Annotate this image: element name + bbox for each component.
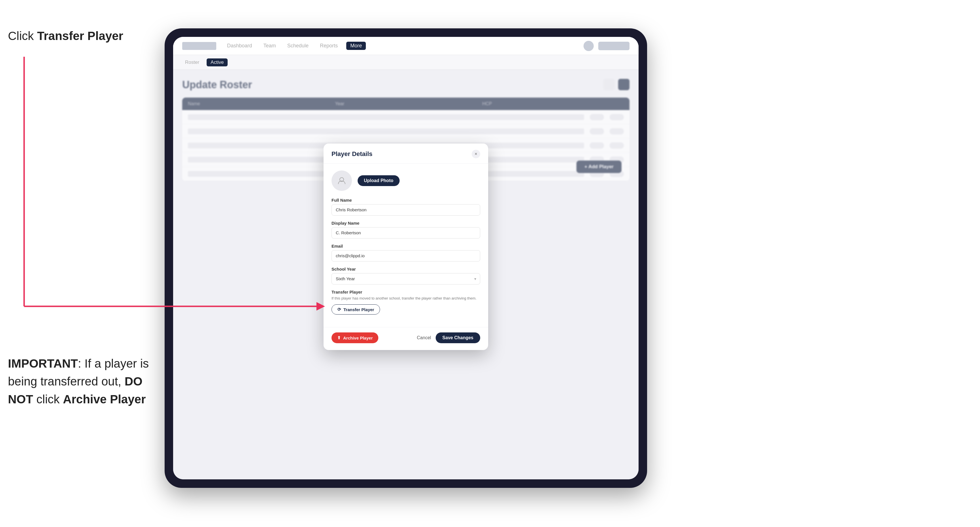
cancel-button[interactable]: Cancel xyxy=(417,335,431,340)
instruction-text2: click xyxy=(33,392,63,406)
instruction-top-prefix: Click xyxy=(8,29,37,43)
transfer-section: Transfer Player If this player has moved… xyxy=(331,290,480,315)
transfer-label: Transfer Player xyxy=(331,290,480,294)
instruction-important: IMPORTANT xyxy=(8,357,78,370)
full-name-group: Full Name xyxy=(331,198,480,216)
footer-right: Cancel Save Changes xyxy=(417,332,480,343)
instruction-bottom: IMPORTANT: If a player is being transfer… xyxy=(8,354,156,408)
archive-icon: ⬆ xyxy=(337,335,341,340)
school-year-label: School Year xyxy=(331,267,480,271)
archive-btn-label: Archive Player xyxy=(343,335,373,340)
instruction-archive: Archive Player xyxy=(63,392,146,406)
archive-player-button[interactable]: ⬆ Archive Player xyxy=(331,332,378,343)
transfer-description: If this player has moved to another scho… xyxy=(331,295,480,301)
tablet-device: Dashboard Team Schedule Reports More Ros… xyxy=(165,29,647,488)
email-group: Email xyxy=(331,244,480,262)
transfer-player-button[interactable]: ⟳ Transfer Player xyxy=(331,304,380,314)
email-label: Email xyxy=(331,244,480,248)
modal-footer: ⬆ Archive Player Cancel Save Changes xyxy=(323,327,488,350)
school-year-select-wrapper: First Year Second Year Third Year Fourth… xyxy=(331,273,480,284)
modal-body: Upload Photo Full Name Display Name xyxy=(323,163,488,327)
display-name-input[interactable] xyxy=(331,227,480,238)
instruction-top-bold: Transfer Player xyxy=(37,29,124,43)
school-year-group: School Year First Year Second Year Third… xyxy=(331,267,480,284)
app-content: Dashboard Team Schedule Reports More Ros… xyxy=(173,37,639,479)
player-details-modal: Player Details × xyxy=(323,143,488,350)
instruction-top: Click Transfer Player xyxy=(8,29,123,44)
modal-title: Player Details xyxy=(331,150,372,158)
school-year-select[interactable]: First Year Second Year Third Year Fourth… xyxy=(331,273,480,284)
display-name-label: Display Name xyxy=(331,221,480,225)
save-changes-button[interactable]: Save Changes xyxy=(436,332,480,343)
email-input[interactable] xyxy=(331,250,480,262)
full-name-label: Full Name xyxy=(331,198,480,203)
modal-close-button[interactable]: × xyxy=(472,150,480,158)
full-name-input[interactable] xyxy=(331,204,480,216)
upload-photo-button[interactable]: Upload Photo xyxy=(358,175,399,186)
tablet-screen: Dashboard Team Schedule Reports More Ros… xyxy=(173,37,639,479)
display-name-group: Display Name xyxy=(331,221,480,238)
transfer-icon: ⟳ xyxy=(337,307,341,312)
photo-placeholder xyxy=(331,170,352,191)
modal-backdrop: Player Details × xyxy=(173,37,639,479)
modal-header: Player Details × xyxy=(323,143,488,163)
photo-section: Upload Photo xyxy=(331,170,480,191)
transfer-btn-label: Transfer Player xyxy=(344,307,374,312)
